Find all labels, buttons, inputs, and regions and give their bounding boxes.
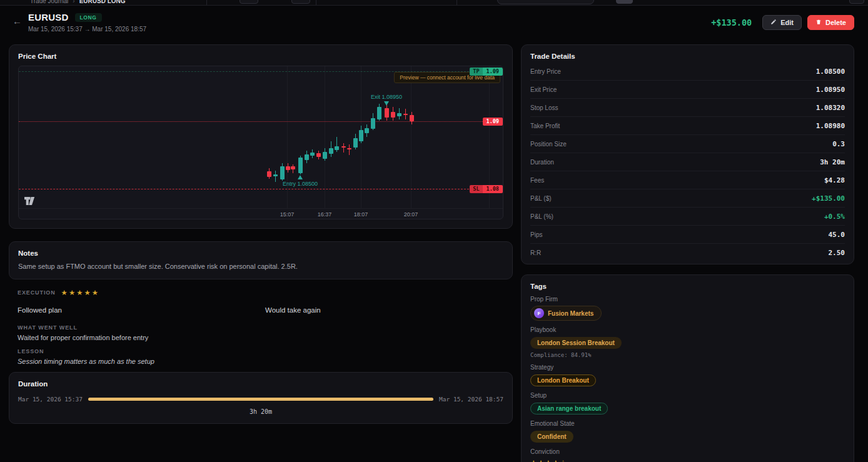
tag-section-label: Strategy <box>530 364 845 371</box>
breadcrumb: Trade Journal›EURUSD LONG <box>30 0 126 4</box>
chart-panel-title: Price Chart <box>18 53 503 60</box>
price-chart-panel: Price Chart Preview — connect account fo… <box>9 44 513 229</box>
execution-rating-stars: ★★★★★ <box>61 288 100 297</box>
tag-section-setup: SetupAsian range breakout <box>530 392 845 414</box>
toolbar-button-remnant[interactable] <box>616 0 633 4</box>
lesson-text: Session timing matters as much as the se… <box>18 358 513 365</box>
exit-marker-label: Exit 1.08950 <box>349 94 424 100</box>
breadcrumb-root[interactable]: Trade Journal <box>30 0 68 4</box>
topbar-cutoff: Trade Journal›EURUSD LONG <box>0 0 868 6</box>
tag-section-playbook: PlaybookLondon Session BreakoutComplianc… <box>530 326 845 358</box>
candle-body <box>316 153 321 157</box>
trade-detail-label: Position Size <box>530 141 567 148</box>
trade-detail-value: +0.5% <box>824 213 845 221</box>
back-button[interactable]: ← <box>9 14 26 28</box>
trade-detail-value: 45.0 <box>829 231 845 239</box>
trade-detail-value: 0.3 <box>832 140 845 148</box>
chart-plot-area: Preview — connect account for live data … <box>19 66 503 209</box>
trade-details-title: Trade Details <box>530 53 845 60</box>
trade-detail-label: Take Profit <box>530 123 560 129</box>
time-axis-label: 18:07 <box>348 211 373 218</box>
entry-marker-label: Entry 1.08500 <box>263 181 338 187</box>
last-price-tag: 1.09 <box>483 118 503 126</box>
trade-detail-row: Fees$4.28 <box>530 171 845 189</box>
time-axis: 15:0716:3718:0720:07 <box>19 209 503 219</box>
trade-detail-row: P&L ($)+$135.00 <box>530 189 845 208</box>
trade-detail-label: Fees <box>530 177 544 184</box>
page-header: ← EURUSD LONG Mar 15, 2026 15:37 → Mar 1… <box>9 12 854 39</box>
trade-detail-value: 1.08980 <box>816 122 845 130</box>
edit-button[interactable]: Edit <box>762 15 802 30</box>
what-went-well-label: WHAT WENT WELL <box>18 324 513 331</box>
candle-body <box>410 115 414 121</box>
conviction-rating-stars: ★★★★☆ <box>530 458 845 462</box>
trade-detail-row: Duration3h 20m <box>530 153 845 171</box>
tag-pill[interactable]: London Session Breakout <box>530 337 622 349</box>
tags-panel: Tags Prop FirmFFusion MarketsPlaybookLon… <box>521 274 854 462</box>
candle-body <box>305 154 309 160</box>
tag-pill[interactable]: Asian range breakout <box>530 403 608 414</box>
candle-body <box>385 108 389 118</box>
tag-pill-label: Asian range breakout <box>537 405 601 412</box>
candle-body <box>359 130 363 141</box>
toolbar-button-remnant[interactable] <box>291 0 310 4</box>
trade-date-range: Mar 15, 2026 15:37 → Mar 15, 2026 18:57 <box>28 26 146 33</box>
chart-gridline <box>411 66 411 208</box>
tp-badge-price: 1.09 <box>483 68 503 76</box>
tradingview-logo-icon[interactable] <box>24 196 36 208</box>
candle-body <box>273 174 278 176</box>
tag-sections: Prop FirmFFusion MarketsPlaybookLondon S… <box>530 296 845 462</box>
candle-body <box>310 153 315 156</box>
tp-badge-label: TP <box>470 68 482 76</box>
notes-panel: Notes Same setup as FTMO account but sma… <box>9 241 513 279</box>
tag-pill-label: Fusion Markets <box>548 310 593 317</box>
tag-section-strategy: StrategyLondon Breakout <box>530 364 845 386</box>
trade-detail-value: 1.08500 <box>816 68 845 76</box>
toolbar-divider <box>457 0 457 6</box>
trade-detail-value: $4.28 <box>824 176 845 184</box>
candle-wick <box>343 143 344 153</box>
toolbar-input-remnant[interactable] <box>497 0 594 4</box>
delete-button[interactable]: Delete <box>807 15 854 30</box>
candle-wick <box>349 144 350 155</box>
trade-detail-label: Pips <box>530 231 542 238</box>
candle-body <box>365 128 369 133</box>
followed-plan-flag: Followed plan <box>18 306 265 314</box>
duration-title: Duration <box>18 380 503 388</box>
time-axis-label: 16:37 <box>312 211 337 218</box>
trade-detail-row: Stop Loss1.08320 <box>530 99 845 117</box>
tag-pill[interactable]: London Breakout <box>530 374 596 386</box>
duration-total: 3h 20m <box>18 408 503 415</box>
trade-detail-page: Trade Journal›EURUSD LONG ← EURUSD LONG … <box>0 0 868 462</box>
last-price-line <box>19 121 503 122</box>
tag-pill[interactable]: FFusion Markets <box>530 306 602 321</box>
trade-detail-label: P&L ($) <box>530 195 552 202</box>
toolbar-button-remnant[interactable] <box>240 0 258 4</box>
candle-body <box>329 148 333 154</box>
candle-body <box>391 112 395 118</box>
duration-start: Mar 15, 2026 15:37 <box>18 396 83 403</box>
trade-detail-row: Position Size0.3 <box>530 135 845 153</box>
toolbar-button-remnant[interactable] <box>849 0 864 4</box>
page-title: EURUSD <box>28 12 69 23</box>
candle-body <box>323 152 327 159</box>
candle-body <box>341 146 346 148</box>
pencil-icon <box>770 19 777 26</box>
tag-section-conviction: Conviction★★★★☆ <box>530 448 845 462</box>
candle-body <box>335 146 339 150</box>
time-axis-label: 20:07 <box>398 211 423 218</box>
toolbar-divider <box>206 0 207 6</box>
duration-bar <box>88 398 433 401</box>
tag-pill[interactable]: Confident <box>530 431 573 443</box>
tag-pill-label: London Session Breakout <box>537 339 615 346</box>
candle-body <box>353 138 358 148</box>
candlestick-chart[interactable]: Preview — connect account for live data … <box>18 66 503 219</box>
tag-section-label: Emotional State <box>530 420 845 427</box>
trade-detail-value: 3h 20m <box>820 158 845 166</box>
candle-body <box>298 158 303 173</box>
trade-detail-row: Take Profit1.08980 <box>530 117 845 135</box>
tag-section-label: Conviction <box>530 448 845 455</box>
trade-details-rows: Entry Price1.08500Exit Price1.08950Stop … <box>530 63 845 261</box>
trade-detail-row: P&L (%)+0.5% <box>530 208 845 226</box>
tag-pill-label: Confident <box>537 433 567 440</box>
